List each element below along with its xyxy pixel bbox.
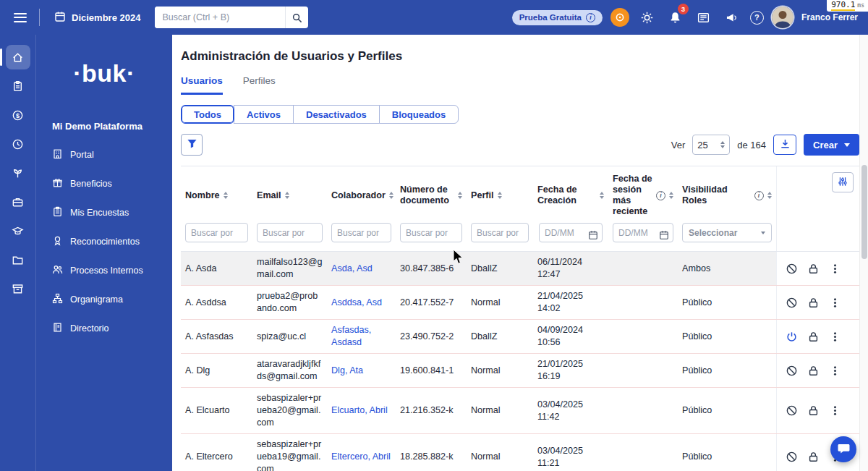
filter-input-nombre[interactable] [185, 223, 248, 242]
chat-fab-button[interactable] [830, 436, 856, 462]
page-size-select[interactable]: 25 [692, 135, 730, 155]
row-menu-kebab-icon[interactable] [829, 365, 841, 377]
gear-icon[interactable] [637, 7, 658, 27]
sort-icon[interactable] [498, 192, 502, 199]
lock-icon[interactable] [807, 365, 820, 377]
filter-input-perfil[interactable] [471, 223, 529, 242]
collaborator-link[interactable]: Elcuarto, Abril [327, 388, 396, 434]
trial-badge[interactable]: Prueba Gratuita [512, 10, 603, 25]
rewards-coin-icon[interactable] [610, 8, 629, 27]
rail-briefcase-icon[interactable] [6, 190, 30, 214]
block-user-icon[interactable] [786, 404, 798, 417]
lock-icon[interactable] [807, 263, 820, 275]
block-user-icon[interactable] [786, 297, 798, 309]
lock-icon[interactable] [807, 331, 820, 343]
rail-folder-icon[interactable] [6, 247, 30, 272]
filter-activos[interactable]: Activos [234, 105, 294, 124]
user-avatar[interactable] [772, 7, 793, 28]
sort-icon[interactable] [224, 192, 228, 199]
sort-icon[interactable] [669, 192, 673, 199]
scrollbar-thumb[interactable] [861, 165, 867, 259]
tab-usuarios[interactable]: Usuarios [181, 75, 223, 95]
collaborator-link[interactable]: Asddsa, Asd [327, 286, 396, 320]
rail-clock-icon[interactable] [6, 132, 30, 156]
table-row[interactable]: A. Eltercero sebaspizaler+prueba19@gmail… [181, 434, 859, 471]
column-header-perfil[interactable]: Perfil [467, 166, 533, 222]
column-header-fecha-creacion[interactable]: Fecha de Creación [533, 166, 608, 222]
table-row[interactable]: A. Asda mailfalso123@gmail.com Asda, Asd… [181, 252, 859, 286]
sidebar-item-label: Directorio [70, 323, 109, 334]
filter-bloqueados[interactable]: Bloqueados [379, 105, 459, 124]
block-user-icon[interactable] [786, 451, 798, 463]
row-menu-kebab-icon[interactable] [829, 404, 841, 417]
sidebar-item-portal[interactable]: Portal [36, 140, 172, 169]
sidebar-item-procesos-internos[interactable]: Procesos Internos [36, 256, 172, 285]
spinner-arrows-icon [720, 141, 725, 148]
filter-input-documento[interactable] [400, 223, 462, 242]
filter-input-email[interactable] [257, 223, 323, 242]
sort-icon[interactable] [285, 192, 289, 199]
filter-todos[interactable]: Todos [181, 105, 234, 124]
sidebar-item-organigrama[interactable]: Organigrama [36, 285, 172, 314]
rail-money-icon[interactable]: $ [6, 103, 30, 127]
global-search-input[interactable] [155, 7, 285, 28]
row-menu-kebab-icon[interactable] [829, 331, 841, 343]
row-menu-kebab-icon[interactable] [829, 297, 841, 309]
table-row[interactable]: A. Dlg ataravaradjkljfkfds@gmail.com Dlg… [181, 354, 859, 388]
sort-icon[interactable] [767, 192, 772, 199]
perf-value: 970.1 [831, 0, 855, 11]
download-button[interactable] [773, 135, 796, 155]
table-row[interactable]: A. Asddsa prueba2@probando.com Asddsa, A… [181, 286, 859, 320]
sort-icon[interactable] [389, 192, 393, 199]
column-header-colaborador[interactable]: Colaborador [327, 166, 396, 222]
sidebar-item-beneficios[interactable]: Beneficios [36, 169, 172, 198]
filter-input-colaborador[interactable] [331, 223, 391, 242]
sidebar-item-label: Procesos Internos [70, 266, 143, 276]
collaborator-link[interactable]: Asda, Asd [327, 252, 396, 286]
rail-education-icon[interactable] [6, 218, 30, 243]
rail-growth-icon[interactable] [6, 161, 30, 185]
sort-icon[interactable] [458, 192, 462, 199]
row-menu-kebab-icon[interactable] [829, 263, 841, 275]
hamburger-menu-icon[interactable] [10, 7, 30, 27]
column-settings-button[interactable] [832, 172, 854, 192]
rail-home-icon[interactable] [6, 45, 30, 69]
sidebar-item-directorio[interactable]: Directorio [36, 314, 172, 343]
column-header-documento[interactable]: Número de documento [396, 166, 467, 222]
column-header-sesion-reciente[interactable]: Fecha de sesión más reciente [608, 166, 678, 222]
sidebar-item-mis-encuestas[interactable]: Mis Encuestas [36, 198, 172, 227]
help-icon[interactable] [750, 11, 764, 25]
table-row[interactable]: A. Asfasdas spiza@uc.cl Asfasdas, Asdasd… [181, 320, 859, 354]
notifications-bell-icon[interactable]: 3 [665, 7, 686, 27]
filter-select-visibilidad[interactable]: Seleccionar [682, 223, 772, 242]
tab-perfiles[interactable]: Perfiles [243, 75, 276, 95]
rail-checklist-icon[interactable] [6, 74, 30, 98]
collaborator-link[interactable]: Eltercero, Abril [327, 434, 396, 471]
announcements-megaphone-icon[interactable] [722, 7, 742, 27]
sidebar-item-reconocimientos[interactable]: Reconocimientos [36, 227, 172, 256]
sort-icon[interactable] [600, 192, 604, 199]
table-row[interactable]: A. Elcuarto sebaspizaler+prueba20@gmail.… [181, 388, 859, 434]
collaborator-link[interactable]: Asfasdas, Asdasd [327, 320, 396, 354]
advanced-filter-button[interactable] [181, 134, 203, 156]
collaborator-link[interactable]: Dlg, Ata [327, 354, 396, 388]
filter-desactivados[interactable]: Desactivados [293, 105, 380, 124]
column-header-visibilidad[interactable]: Visibilidad Roles [678, 166, 776, 222]
period-selector[interactable]: Diciembre 2024 [48, 7, 146, 28]
block-user-icon[interactable] [786, 263, 798, 275]
rail-archive-icon[interactable] [6, 276, 30, 301]
lock-icon[interactable] [807, 297, 820, 309]
news-icon[interactable] [694, 7, 714, 27]
create-button[interactable]: Crear [804, 134, 859, 156]
activate-user-icon[interactable] [786, 331, 798, 343]
tabs: Usuarios Perfiles [181, 75, 859, 95]
cell-email: mailfalso123@gmail.com [252, 252, 327, 286]
sidebar-menu: ·buk· Mi Demo Plataforma Portal Benefici… [36, 35, 172, 471]
user-name[interactable]: Franco Ferrer [801, 12, 858, 22]
lock-icon[interactable] [807, 451, 820, 463]
column-header-email[interactable]: Email [252, 166, 327, 222]
search-icon[interactable] [285, 7, 308, 28]
lock-icon[interactable] [807, 404, 820, 417]
column-header-nombre[interactable]: Nombre [181, 166, 252, 222]
block-user-icon[interactable] [786, 365, 798, 377]
